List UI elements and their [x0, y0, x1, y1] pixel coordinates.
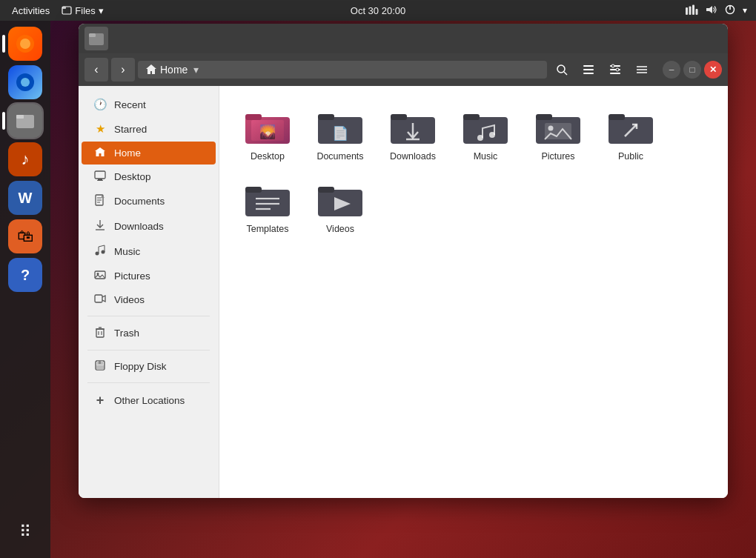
svg-text:📄: 📄 — [332, 125, 349, 142]
clock: Oct 30 20:00 — [351, 5, 405, 16]
svg-rect-20 — [583, 69, 594, 70]
file-manager-window: ‹ › Home ▾ – □ ✕ — [79, 24, 728, 498]
volume-icon — [706, 4, 717, 17]
sidebar-item-starred[interactable]: ★ Starred — [82, 117, 216, 141]
sidebar-item-trash[interactable]: Trash — [82, 321, 216, 345]
view-options-button[interactable] — [603, 58, 627, 82]
svg-point-12 — [21, 78, 30, 87]
system-menu-arrow[interactable]: ▾ — [743, 5, 747, 16]
svg-marker-6 — [706, 6, 712, 13]
pictures-icon — [93, 270, 107, 282]
sidebar-item-floppy-disk[interactable]: Floppy Disk — [82, 355, 216, 378]
menu-button[interactable] — [630, 58, 654, 82]
folder-desktop[interactable]: 🌄 Desktop — [234, 101, 301, 167]
sidebar-item-videos[interactable]: Videos — [82, 288, 216, 311]
svg-line-18 — [564, 72, 567, 75]
floppy-disk-icon — [93, 360, 107, 373]
files-area: 🌄 Desktop 📄 Documents — [219, 86, 728, 498]
location-bar[interactable]: Home ▾ — [138, 61, 547, 79]
close-button[interactable]: ✕ — [704, 61, 722, 79]
starred-icon: ★ — [93, 122, 107, 136]
dock-icon-appstore[interactable]: 🛍 — [8, 219, 42, 253]
sidebar-item-documents[interactable]: Documents — [82, 189, 216, 213]
svg-rect-45 — [96, 329, 104, 337]
power-icon[interactable] — [725, 4, 735, 17]
svg-rect-66 — [463, 114, 480, 120]
svg-rect-55 — [245, 114, 262, 120]
search-button[interactable] — [550, 58, 574, 82]
dock-icon-rhythmbox[interactable]: ♪ — [8, 142, 42, 176]
window-controls: – □ ✕ — [663, 61, 722, 79]
folder-downloads-label: Downloads — [390, 151, 436, 162]
folder-documents[interactable]: 📄 Documents — [307, 101, 374, 167]
sidebar-divider-1 — [87, 316, 210, 316]
sidebar-item-music[interactable]: Music — [82, 239, 216, 264]
sidebar-item-home[interactable]: Home — [82, 142, 216, 165]
list-view-button[interactable] — [577, 58, 600, 82]
dock-icon-show-apps[interactable]: ⠿ — [8, 515, 42, 549]
folder-music[interactable]: Music — [452, 101, 519, 167]
svg-point-40 — [96, 252, 99, 256]
folder-pictures[interactable]: Pictures — [525, 101, 591, 167]
folder-templates[interactable]: Templates — [234, 173, 301, 240]
folder-public[interactable]: Public — [597, 101, 664, 167]
svg-rect-62 — [391, 114, 407, 120]
svg-rect-3 — [689, 6, 692, 15]
toolbar-right: – □ ✕ — [550, 58, 722, 82]
svg-point-10 — [20, 39, 30, 49]
minimize-button[interactable]: – — [663, 61, 680, 79]
dock-icon-firefox[interactable] — [8, 27, 42, 61]
trash-icon — [93, 326, 107, 340]
svg-point-67 — [477, 135, 483, 141]
downloads-icon — [93, 219, 107, 233]
sidebar-label-music: Music — [114, 246, 140, 257]
forward-button[interactable]: › — [111, 58, 135, 82]
sidebar-label-desktop: Desktop — [114, 171, 151, 182]
folder-documents-label: Documents — [316, 151, 363, 162]
dock-icon-files[interactable] — [8, 104, 42, 138]
recent-icon: 🕐 — [93, 98, 107, 111]
sidebar-item-desktop[interactable]: Desktop — [82, 165, 216, 188]
sidebar-label-starred: Starred — [114, 124, 147, 135]
dock-icon-thunderbird[interactable] — [8, 65, 42, 99]
dock-icon-help[interactable]: ? — [8, 258, 42, 292]
sidebar-label-other-locations: Other Locations — [114, 395, 185, 406]
svg-rect-24 — [610, 73, 620, 74]
sidebar-item-pictures[interactable]: Pictures — [82, 265, 216, 288]
sidebar-label-documents: Documents — [114, 196, 165, 207]
svg-rect-2 — [686, 7, 688, 15]
folder-documents-icon: 📄 — [316, 107, 364, 147]
svg-rect-4 — [692, 4, 694, 15]
sidebar-divider-3 — [87, 382, 210, 383]
sidebar-label-downloads: Downloads — [114, 221, 164, 232]
svg-point-72 — [548, 126, 554, 131]
folder-videos[interactable]: Videos — [307, 173, 374, 240]
svg-rect-53 — [96, 365, 104, 370]
svg-rect-30 — [95, 171, 105, 179]
home-folder-button[interactable] — [84, 27, 108, 50]
top-bar: Activities Files ▾ Oct 30 20:00 ▾ — [0, 0, 756, 21]
files-menu-button[interactable]: Files ▾ — [62, 5, 103, 16]
sidebar-item-recent[interactable]: 🕐 Recent — [82, 93, 216, 116]
location-dropdown-arrow[interactable]: ▾ — [193, 64, 199, 76]
sidebar-divider-2 — [87, 350, 210, 351]
svg-rect-32 — [97, 180, 103, 181]
back-button[interactable]: ‹ — [84, 58, 108, 82]
svg-rect-52 — [99, 361, 101, 364]
sidebar-item-other-locations[interactable]: + Other Locations — [82, 388, 216, 413]
other-locations-icon: + — [93, 393, 107, 408]
sidebar-label-trash: Trash — [114, 328, 139, 339]
dock: ♪ W 🛍 ? ⠿ — [0, 21, 50, 558]
folder-music-label: Music — [474, 151, 498, 162]
svg-text:🌄: 🌄 — [259, 124, 276, 140]
maximize-button[interactable]: □ — [683, 61, 701, 79]
music-icon — [93, 245, 107, 259]
folder-downloads[interactable]: Downloads — [379, 101, 446, 167]
sidebar-item-downloads[interactable]: Downloads — [82, 214, 216, 239]
documents-icon — [93, 194, 107, 208]
sidebar-label-home: Home — [114, 147, 141, 159]
app-menu-arrow: ▾ — [99, 5, 104, 16]
dock-icon-writer[interactable]: W — [8, 181, 42, 215]
activities-button[interactable]: Activities — [9, 4, 53, 18]
svg-rect-21 — [583, 73, 594, 74]
